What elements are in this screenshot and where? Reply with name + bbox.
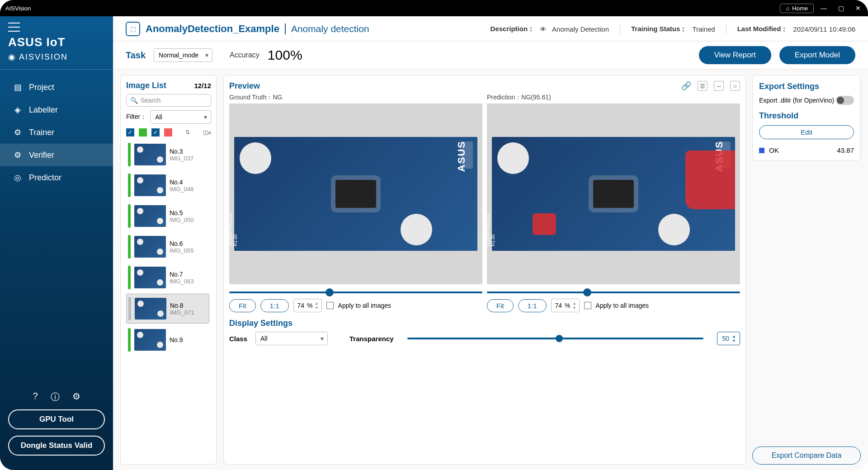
thumbnail-number: No.4 — [170, 179, 193, 186]
gt-slider[interactable] — [229, 291, 482, 293]
thumbnail-item[interactable]: No.8 IMG_071 — [126, 294, 209, 324]
project-name: AnomalyDetection_Example — [146, 23, 279, 35]
thumbnail-filename: IMG_063 — [170, 278, 193, 285]
nav-label: Labeller — [29, 105, 58, 115]
checkbox-green[interactable]: ✓ — [126, 128, 134, 136]
nav-project[interactable]: ▤ Project — [0, 76, 113, 99]
preview-panel: Preview 🔗 ☰ ↔ ○ Ground Truth：NG — [223, 75, 746, 465]
project-icon: ⬚ — [126, 22, 140, 36]
nav-trainer[interactable]: ⚙ Trainer — [0, 121, 113, 144]
thumbnail-image — [134, 205, 166, 227]
transparency-slider[interactable] — [407, 338, 704, 339]
modified-value: 2024/09/11 10:49:06 — [793, 25, 855, 33]
class-dropdown[interactable]: All — [255, 332, 328, 345]
threshold-edit-button[interactable]: Edit — [759, 125, 854, 139]
project-type: Anomaly detection — [291, 24, 369, 34]
thumbnail-item[interactable]: No.9 — [126, 325, 209, 354]
prediction-image[interactable]: ASUS DUMMYPAD102R1.00 — [487, 103, 740, 284]
export-column: Export Settings Export .ditir (for OpenV… — [752, 75, 861, 465]
product-logo: ◉ AISVISION — [0, 49, 113, 65]
pred-apply-all-checkbox[interactable] — [584, 302, 591, 309]
tag-icon: ◈ — [13, 105, 23, 115]
pred-zoom-input[interactable]: 74 % ▴▾ — [551, 299, 580, 312]
ditir-toggle[interactable] — [836, 96, 854, 105]
sort-icon[interactable]: ⇅ — [185, 129, 190, 136]
gpu-tool-button[interactable]: GPU Tool — [8, 409, 105, 429]
divider — [0, 69, 113, 70]
thumbnail-item[interactable]: No.7 IMG_063 — [126, 263, 209, 292]
gt-1to1-button[interactable]: 1:1 — [260, 299, 289, 312]
thumbnail-list[interactable]: No.3 IMG_037 No.4 IMG_048 No.5 IMG_050 N… — [126, 140, 211, 459]
thumbnail-image — [134, 329, 166, 351]
task-dropdown[interactable]: Normal_mode — [154, 48, 212, 62]
code-icon[interactable]: ↔ — [714, 81, 724, 91]
checkbox-red[interactable]: ✓ — [151, 128, 160, 136]
thumbnail-item[interactable]: No.3 IMG_037 — [126, 140, 209, 169]
export-compare-button[interactable]: Export Compare Data — [752, 446, 861, 465]
display-settings-title: Display Settings — [229, 319, 292, 328]
close-button[interactable]: ✕ — [854, 5, 863, 12]
thumbnail-image — [134, 236, 166, 258]
help-icon[interactable]: ? — [33, 391, 38, 403]
nav-label: Verifier — [29, 150, 54, 160]
transparency-label: Transparency — [349, 335, 394, 343]
nav-label: Trainer — [29, 128, 54, 137]
ok-label: OK — [769, 146, 779, 154]
green-swatch — [139, 128, 147, 136]
thumbnail-filename: IMG_037 — [170, 155, 193, 162]
thumbnail-number: No.9 — [170, 336, 183, 343]
thumbnail-filename: IMG_071 — [170, 309, 194, 316]
task-bar: Task Normal_mode Accuracy 100% View Repo… — [113, 42, 868, 70]
export-model-button[interactable]: Export Model — [779, 46, 855, 64]
camera-icon[interactable]: ○ — [730, 81, 740, 91]
nav-predictor[interactable]: ◎ Predictor — [0, 166, 113, 189]
thumbnail-filename: IMG_055 — [170, 247, 193, 254]
task-label: Task — [126, 50, 146, 61]
thumbnail-number: No.7 — [170, 271, 193, 278]
minimize-button[interactable]: — — [819, 5, 828, 12]
anomaly-region — [533, 213, 556, 235]
thumbnail-item[interactable]: No.6 IMG_055 — [126, 232, 209, 261]
thumbnail-item[interactable]: No.5 IMG_050 — [126, 202, 209, 230]
ditir-label: Export .ditir (for OpenVino) — [759, 97, 834, 104]
transparency-value[interactable]: 50 ▴▾ — [717, 332, 740, 345]
thumbnail-filename: IMG_050 — [170, 216, 193, 223]
search-icon: 🔍 — [130, 97, 138, 104]
info-icon[interactable]: ⓘ — [51, 391, 60, 403]
ground-truth-image[interactable]: ASUS DUMMYPAD102R1.00 — [229, 103, 482, 284]
eye-icon: ◉ — [8, 52, 16, 62]
app-name: AISVision — [5, 5, 31, 12]
view-report-button[interactable]: View Report — [699, 46, 771, 64]
gt-fit-button[interactable]: Fit — [229, 299, 256, 312]
pred-apply-all-label: Apply to all images — [596, 302, 649, 309]
desc-label: Description： — [491, 25, 535, 33]
link-icon[interactable]: 🔗 — [681, 81, 691, 91]
thumbnail-number: No.8 — [170, 302, 194, 309]
export-settings-title: Export Settings — [759, 82, 819, 91]
settings-icon[interactable]: ⚙ — [72, 391, 80, 403]
pred-1to1-button[interactable]: 1:1 — [518, 299, 547, 312]
separator — [285, 24, 286, 34]
nav-verifier[interactable]: ⚙ Verifier — [0, 144, 113, 166]
gt-zoom-input[interactable]: 74 % ▴▾ — [293, 299, 322, 312]
status-indicator — [128, 266, 131, 289]
status-indicator — [128, 297, 131, 320]
thumbnail-item[interactable]: No.4 IMG_048 — [126, 171, 209, 200]
pred-fit-button[interactable]: Fit — [487, 299, 514, 312]
dongle-status-button[interactable]: Dongle Status Valid — [8, 436, 105, 456]
view-icon[interactable]: ◫ᴀ — [203, 129, 211, 136]
status-indicator — [128, 174, 131, 197]
nav-labeller[interactable]: ◈ Labeller — [0, 99, 113, 121]
home-button[interactable]: ⌂ Home — [780, 4, 814, 13]
search-input[interactable]: 🔍 Search — [126, 94, 211, 107]
gt-apply-all-checkbox[interactable] — [326, 302, 334, 309]
filter-dropdown[interactable]: All — [150, 110, 211, 124]
titlebar: AISVision ⌂ Home — ▢ ✕ — [0, 0, 868, 16]
maximize-button[interactable]: ▢ — [836, 5, 845, 12]
menu-icon[interactable] — [8, 23, 20, 32]
pred-slider[interactable] — [487, 291, 740, 293]
layout-icon[interactable]: ☰ — [698, 81, 708, 91]
gt-label: Ground Truth：NG — [229, 94, 482, 102]
thumbnail-image — [134, 267, 166, 288]
preview-title: Preview — [229, 81, 260, 91]
